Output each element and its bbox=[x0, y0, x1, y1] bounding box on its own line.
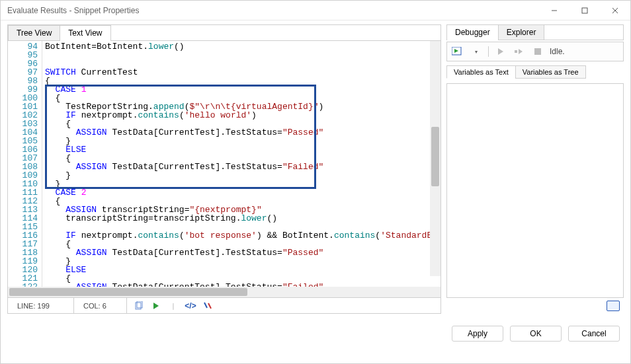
code-tags-icon[interactable]: </> bbox=[185, 301, 196, 311]
window-play-icon bbox=[452, 47, 464, 56]
apply-button[interactable]: Apply bbox=[452, 326, 503, 342]
minimize-icon bbox=[551, 7, 558, 14]
svg-rect-14 bbox=[534, 48, 541, 55]
maximize-button[interactable] bbox=[569, 1, 600, 20]
maximize-icon bbox=[581, 7, 588, 14]
debug-target-icon[interactable] bbox=[451, 45, 464, 58]
variables-panel[interactable] bbox=[446, 83, 624, 298]
tab-text-view[interactable]: Text View bbox=[60, 25, 110, 40]
divider-icon: | bbox=[168, 301, 179, 311]
tab-tree-view[interactable]: Tree View bbox=[8, 25, 60, 40]
tab-variables-text[interactable]: Variables as Text bbox=[446, 65, 516, 79]
code-line: } bbox=[45, 257, 441, 266]
close-button[interactable] bbox=[600, 1, 630, 20]
code-line: } bbox=[45, 171, 441, 180]
code-line: { bbox=[45, 77, 441, 85]
stop-icon[interactable] bbox=[531, 45, 544, 58]
code-line: ELSE bbox=[45, 266, 441, 274]
copy-icon[interactable] bbox=[134, 301, 144, 311]
status-col: COL: 6 bbox=[74, 298, 127, 313]
chevron-down-icon[interactable]: ▾ bbox=[470, 45, 483, 58]
code-line: ASSIGN TestData[CurrentTest].TestStatus=… bbox=[45, 163, 441, 171]
code-line: IF nextprompt.contains('hello world') bbox=[45, 111, 441, 120]
clear-formatting-icon[interactable] bbox=[202, 301, 213, 311]
svg-marker-11 bbox=[498, 48, 503, 55]
svg-rect-1 bbox=[582, 8, 587, 13]
dialog-button-row: Apply OK Cancel bbox=[1, 314, 630, 342]
status-icons: | </> bbox=[127, 298, 213, 313]
tab-explorer[interactable]: Explorer bbox=[498, 25, 545, 40]
code-line: BotIntent=BotIntent.lower() bbox=[45, 42, 441, 51]
window-title: Evaluate Results - Snippet Properties bbox=[7, 6, 139, 15]
editor-status-bar: LINE: 199 COL: 6 | </> bbox=[8, 297, 441, 313]
svg-line-7 bbox=[204, 303, 207, 308]
svg-marker-10 bbox=[454, 49, 458, 53]
debugger-toolbar: ▾ Idle. bbox=[446, 42, 624, 61]
minimize-button[interactable] bbox=[539, 1, 569, 20]
editor-panel: Tree View Text View 94959697989910010110… bbox=[7, 24, 441, 314]
code-line bbox=[45, 51, 441, 59]
svg-marker-13 bbox=[519, 49, 523, 54]
status-line: LINE: 199 bbox=[8, 298, 74, 313]
code-line: ELSE bbox=[45, 145, 441, 154]
code-line: ASSIGN TestData[CurrentTest].TestStatus=… bbox=[45, 248, 441, 257]
code-line: } bbox=[45, 180, 441, 188]
code-editor[interactable]: 9495969798991001011021031041051061071081… bbox=[8, 41, 441, 287]
close-icon bbox=[612, 7, 618, 14]
main-area: Tree View Text View 94959697989910010110… bbox=[1, 20, 630, 314]
editor-tabs: Tree View Text View bbox=[8, 25, 441, 41]
svg-marker-6 bbox=[153, 303, 159, 309]
horizontal-scrollbar[interactable] bbox=[8, 287, 441, 297]
scroll-thumb[interactable] bbox=[9, 288, 247, 296]
clear-icon-svg bbox=[203, 301, 212, 310]
code-line: CASE 1 bbox=[45, 85, 441, 94]
panel-footer bbox=[446, 298, 624, 314]
step-icon[interactable] bbox=[513, 45, 526, 58]
titlebar: Evaluate Results - Snippet Properties bbox=[1, 1, 630, 20]
code-content[interactable]: BotIntent=BotIntent.lower()SWITCH Curren… bbox=[42, 41, 441, 287]
debugger-tabs: Debugger Explorer bbox=[446, 24, 624, 40]
scroll-thumb[interactable] bbox=[431, 127, 439, 186]
code-line: ASSIGN TestData[CurrentTest].TestStatus=… bbox=[45, 128, 441, 137]
debugger-panel: Debugger Explorer ▾ Idle. Variables as T… bbox=[446, 24, 624, 314]
play-icon-svg bbox=[497, 48, 505, 55]
code-line: } bbox=[45, 137, 441, 145]
vertical-scrollbar[interactable] bbox=[430, 41, 441, 276]
code-line: SWITCH CurrentTest bbox=[45, 68, 441, 77]
monitor-icon[interactable] bbox=[607, 301, 620, 311]
svg-rect-12 bbox=[515, 50, 517, 53]
stop-icon-svg bbox=[534, 48, 541, 55]
line-gutter: 9495969798991001011021031041051061071081… bbox=[8, 41, 42, 287]
run-icon[interactable] bbox=[151, 301, 161, 311]
window-controls bbox=[539, 1, 630, 20]
svg-line-8 bbox=[208, 303, 211, 309]
step-icon-svg bbox=[515, 48, 524, 55]
tab-variables-tree[interactable]: Variables as Tree bbox=[515, 65, 586, 79]
variables-tabs: Variables as Text Variables as Tree bbox=[446, 64, 624, 79]
tab-debugger[interactable]: Debugger bbox=[447, 25, 499, 40]
code-line: transcriptString=transcriptString.lower(… bbox=[45, 214, 441, 223]
ok-button[interactable]: OK bbox=[510, 326, 562, 342]
play-icon[interactable] bbox=[494, 45, 507, 58]
code-line: CASE 2 bbox=[45, 188, 441, 197]
debugger-state: Idle. bbox=[550, 47, 565, 56]
run-icon-svg bbox=[151, 301, 161, 310]
copy-icon-svg bbox=[134, 301, 144, 310]
code-line: IF nextprompt.contains('bot response') &… bbox=[45, 231, 441, 240]
toolbar-divider bbox=[488, 46, 489, 57]
cancel-button[interactable]: Cancel bbox=[568, 326, 620, 342]
